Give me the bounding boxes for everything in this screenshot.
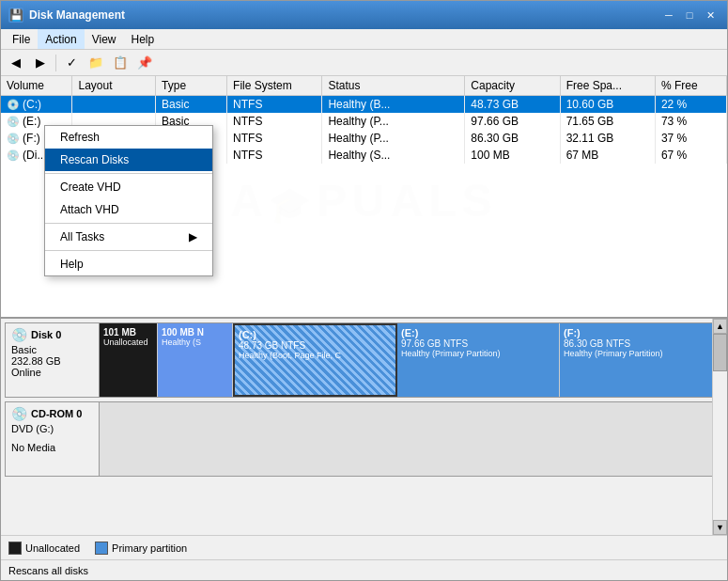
legend-color-unallocated [8, 542, 22, 555]
table-cell: Healthy (S... [322, 147, 465, 164]
table-cell: 10.60 GB [560, 96, 655, 114]
legend-primary: Primary partition [95, 542, 187, 555]
table-cell: 22 % [655, 96, 726, 114]
table-cell: 48.73 GB [465, 96, 560, 114]
window-title: Disk Management [29, 8, 659, 22]
segment-c-drive[interactable]: (C:) 48.73 GB NTFS Healthy (Boot, Page F… [233, 323, 397, 397]
menu-item-refresh[interactable]: Refresh [45, 126, 212, 149]
table-cell: NTFS [227, 147, 322, 164]
segment-system[interactable]: 100 MB N Healthy (S [158, 323, 233, 397]
menu-action[interactable]: Action [38, 29, 84, 49]
table-cell: NTFS [227, 113, 322, 130]
col-header-layout[interactable]: Layout [72, 76, 156, 96]
menu-bar: File Action View Help [1, 29, 727, 50]
table-cell: Healthy (P... [322, 113, 465, 130]
col-header-type[interactable]: Type [156, 76, 227, 96]
table-cell: 86.30 GB [465, 130, 560, 147]
window-controls: ─ □ ✕ [659, 6, 720, 24]
toolbar-separator-1 [55, 55, 56, 71]
table-cell: 32.11 GB [560, 130, 655, 147]
main-content: A🎓PUALS Volume Layout Type [1, 76, 727, 580]
maximize-button[interactable]: □ [680, 6, 699, 24]
table-cell: Healthy (P... [322, 130, 465, 147]
col-header-percent[interactable]: % Free [655, 76, 726, 96]
table-cell: NTFS [227, 130, 322, 147]
forward-button[interactable]: ▶ [29, 53, 52, 73]
vertical-scrollbar[interactable]: ▲ ▼ [712, 319, 727, 535]
menu-item-all-tasks[interactable]: All Tasks ▶ [45, 226, 212, 248]
window: 💾 Disk Management ─ □ ✕ File Action View… [0, 0, 728, 581]
action-dropdown: Refresh Rescan Disks Create VHD Attach V… [44, 125, 213, 276]
segment-e-drive[interactable]: (E:) 97.66 GB NTFS Healthy (Primary Part… [397, 323, 560, 397]
app-icon: 💾 [8, 8, 23, 23]
disk-label-0: 💿 Disk 0 Basic 232.88 GB Online [6, 323, 100, 397]
menu-help[interactable]: Help [124, 29, 163, 49]
col-header-filesystem[interactable]: File System [227, 76, 322, 96]
table-cell: 37 % [655, 130, 726, 147]
disk-row-0: 💿 Disk 0 Basic 232.88 GB Online 101 MB U… [5, 322, 723, 398]
table-cell: NTFS [227, 96, 322, 114]
scroll-up-button[interactable]: ▲ [713, 319, 727, 334]
clipboard-button[interactable]: 📋 [109, 53, 132, 73]
table-cell: 97.66 GB [465, 113, 560, 130]
title-bar: 💾 Disk Management ─ □ ✕ [1, 1, 727, 29]
table-cell: 67 % [655, 147, 726, 164]
legend-unallocated: Unallocated [8, 542, 80, 555]
cdrom-segments [100, 402, 722, 476]
dropdown-separator-2 [45, 223, 212, 224]
table-row[interactable]: 💿 (C:)BasicNTFSHealthy (B...48.73 GB10.6… [1, 96, 727, 114]
legend-color-primary [95, 542, 108, 555]
menu-file[interactable]: File [5, 29, 38, 49]
table-header-row: Volume Layout Type File System Status [1, 76, 727, 96]
dropdown-separator-1 [45, 173, 212, 174]
col-header-status[interactable]: Status [322, 76, 465, 96]
menu-view[interactable]: View [85, 29, 124, 49]
col-header-volume[interactable]: Volume [1, 76, 72, 96]
scroll-thumb[interactable] [713, 334, 727, 371]
segment-f-drive[interactable]: (F:) 86.30 GB NTFS Healthy (Primary Part… [560, 323, 722, 397]
scroll-down-button[interactable]: ▼ [713, 520, 727, 535]
table-cell: Healthy (B... [322, 96, 465, 114]
segment-unallocated[interactable]: 101 MB Unallocated [100, 323, 158, 397]
folder-button[interactable]: 📁 [85, 53, 107, 73]
watermark: A🎓PUALS [230, 165, 497, 229]
table-cell: 💿 (C:) [1, 96, 72, 114]
back-button[interactable]: ◀ [5, 53, 27, 73]
pin-button[interactable]: 📌 [133, 53, 156, 73]
menu-item-create-vhd[interactable]: Create VHD [45, 176, 212, 198]
table-cell: Basic [156, 96, 227, 114]
disk-label-cdrom: 💿 CD-ROM 0 DVD (G:) No Media [6, 402, 100, 476]
legend-bar: Unallocated Primary partition [1, 535, 727, 559]
table-cell [72, 96, 156, 114]
minimize-button[interactable]: ─ [659, 6, 678, 24]
toolbar: ◀ ▶ ✓ 📁 📋 📌 [1, 50, 727, 76]
table-cell: 73 % [655, 113, 726, 130]
col-header-freespace[interactable]: Free Spa... [560, 76, 655, 96]
status-text: Rescans all disks [8, 565, 88, 576]
dropdown-menu: Refresh Rescan Disks Create VHD Attach V… [44, 125, 213, 276]
disk-0-segments: 101 MB Unallocated 100 MB N Healthy (S (… [100, 323, 722, 397]
status-bar: Rescans all disks [1, 559, 727, 580]
menu-item-rescan[interactable]: Rescan Disks [45, 149, 212, 171]
table-cell: 67 MB [560, 147, 655, 164]
table-cell: 100 MB [465, 147, 560, 164]
checkmark-button[interactable]: ✓ [60, 53, 83, 73]
disk-panel: 💿 Disk 0 Basic 232.88 GB Online 101 MB U… [1, 319, 727, 480]
dropdown-separator-3 [45, 250, 212, 251]
table-cell: 71.65 GB [560, 113, 655, 130]
menu-item-help[interactable]: Help [45, 253, 212, 275]
col-header-capacity[interactable]: Capacity [465, 76, 560, 96]
menu-item-attach-vhd[interactable]: Attach VHD [45, 198, 212, 221]
disk-panel-area: 💿 Disk 0 Basic 232.88 GB Online 101 MB U… [1, 319, 727, 535]
disk-row-cdrom: 💿 CD-ROM 0 DVD (G:) No Media [5, 401, 723, 477]
close-button[interactable]: ✕ [701, 6, 720, 24]
